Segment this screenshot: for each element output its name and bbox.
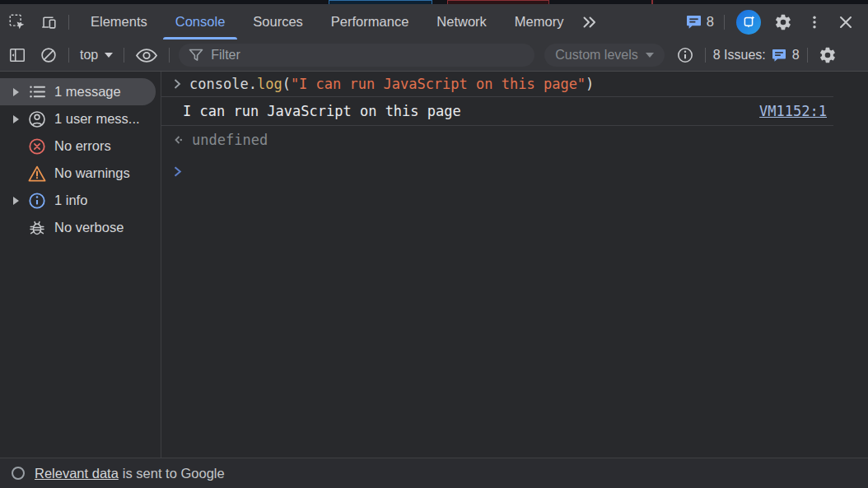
issues-counter[interactable]: 8 Issues: 8	[713, 48, 800, 63]
execution-context-selector[interactable]: top	[77, 48, 116, 63]
sidebar-item-label: 1 user mess...	[54, 111, 140, 127]
block-icon	[40, 46, 58, 64]
issues-count: 8	[792, 48, 800, 63]
expand-triangle-icon[interactable]	[13, 115, 19, 123]
error-icon	[28, 137, 46, 156]
sidebar-item-user-messages[interactable]: 1 user mess...	[0, 105, 161, 132]
tab-performance[interactable]: Performance	[317, 4, 422, 40]
gear-icon	[774, 13, 792, 31]
inspect-cursor-icon	[8, 13, 26, 31]
circle-icon	[12, 467, 25, 480]
devtools-menu-button[interactable]	[802, 10, 827, 35]
sidebar-item-label: No errors	[54, 138, 111, 154]
console-toolbar: top Custom levels	[0, 40, 868, 72]
console-messages[interactable]: console.log("I can run JavaScript on thi…	[161, 72, 868, 458]
clear-console-button[interactable]	[36, 43, 61, 67]
console-log-message[interactable]: I can run JavaScript on this page VM1152…	[161, 97, 833, 126]
relevant-data-link[interactable]: Relevant data	[35, 466, 119, 481]
console-messages-badge[interactable]: 8	[686, 14, 714, 30]
bug-icon	[28, 219, 46, 237]
chevron-down-icon	[646, 53, 654, 58]
device-toolbar-icon	[40, 13, 58, 31]
log-levels-dropdown[interactable]: Custom levels	[544, 44, 664, 67]
source-location-link[interactable]: VM1152:1	[759, 103, 827, 119]
sidebar-item-info[interactable]: 1 info	[0, 187, 161, 214]
console-input-code: console.log("I can run JavaScript on thi…	[189, 76, 594, 92]
gear-icon	[819, 46, 837, 64]
return-value-icon	[173, 134, 184, 146]
console-result-row[interactable]: undefined	[161, 126, 833, 153]
eye-icon	[135, 48, 158, 63]
expand-triangle-icon[interactable]	[13, 197, 19, 205]
tab-elements[interactable]: Elements	[77, 4, 161, 40]
sidebar-item-label: No warnings	[54, 165, 130, 181]
tab-memory[interactable]: Memory	[501, 4, 578, 40]
sidebar-item-verbose[interactable]: No verbose	[0, 214, 161, 241]
message-list-icon	[28, 83, 46, 101]
log-message-text: I can run JavaScript on this page	[183, 103, 461, 119]
separator	[169, 48, 170, 63]
sidebar-item-warnings[interactable]: No warnings	[0, 160, 161, 187]
device-toolbar-button[interactable]	[36, 10, 61, 35]
user-icon	[28, 110, 46, 128]
page-behind-border	[651, 0, 653, 4]
sidebar-item-label: No verbose	[54, 220, 124, 235]
info-icon	[677, 47, 693, 63]
more-tabs-button[interactable]	[577, 10, 602, 35]
privacy-notice-bar: Relevant data is sent to Google	[0, 458, 868, 488]
issues-label: 8 Issues:	[713, 48, 766, 63]
levels-info-button[interactable]	[673, 43, 698, 67]
levels-label: Custom levels	[555, 48, 637, 63]
settings-button[interactable]	[771, 10, 796, 35]
console-sidebar-toggle-button[interactable]	[5, 43, 30, 67]
console-sidebar: 1 message 1 user mess...	[0, 72, 161, 458]
sidebar-panel-icon	[8, 46, 26, 64]
privacy-notice-text: is sent to Google	[123, 466, 225, 481]
sidebar-item-errors[interactable]: No errors	[0, 132, 161, 160]
kebab-menu-icon	[807, 15, 822, 30]
separator	[124, 48, 124, 63]
separator	[68, 15, 69, 30]
expand-triangle-icon[interactable]	[13, 88, 19, 96]
tab-console[interactable]: Console	[161, 4, 240, 40]
ai-assistance-icon	[736, 10, 761, 35]
ai-assistance-button[interactable]	[735, 10, 763, 35]
close-devtools-button[interactable]	[833, 10, 858, 35]
issues-bubble-icon	[772, 49, 786, 62]
prompt-chevron-icon	[173, 165, 183, 178]
info-icon	[28, 192, 46, 210]
messages-count: 8	[707, 14, 714, 30]
filter-input[interactable]	[211, 48, 525, 63]
console-settings-button[interactable]	[815, 43, 840, 67]
tab-sources[interactable]: Sources	[239, 4, 317, 40]
context-label: top	[80, 48, 98, 63]
chevron-down-icon	[105, 53, 113, 58]
tab-network[interactable]: Network	[422, 4, 501, 40]
sidebar-item-all-messages[interactable]: 1 message	[0, 78, 156, 105]
warning-icon	[28, 165, 46, 183]
panel-tabs: Elements Console Sources Performance Net…	[77, 4, 577, 40]
console-input-echo[interactable]: console.log("I can run JavaScript on thi…	[161, 72, 833, 97]
separator	[705, 48, 706, 63]
console-filter-field[interactable]	[179, 44, 534, 67]
separator	[724, 15, 725, 30]
sidebar-item-label: 1 message	[54, 84, 121, 100]
close-icon	[838, 15, 853, 30]
inspect-element-button[interactable]	[5, 10, 30, 35]
devtools-tabbar: Elements Console Sources Performance Net…	[0, 4, 868, 40]
console-prompt[interactable]	[161, 161, 833, 181]
result-value: undefined	[192, 132, 268, 148]
live-expression-button[interactable]	[132, 43, 161, 67]
devtools-window: SERVER-SIDE CLIENT-SIDE Elements	[0, 0, 868, 488]
funnel-icon	[189, 49, 203, 62]
speech-bubble-icon	[686, 15, 702, 29]
separator	[68, 48, 69, 63]
sidebar-item-label: 1 info	[54, 193, 87, 208]
separator	[807, 48, 808, 63]
chevron-right-icon	[173, 78, 182, 90]
double-chevron-icon	[581, 16, 598, 29]
